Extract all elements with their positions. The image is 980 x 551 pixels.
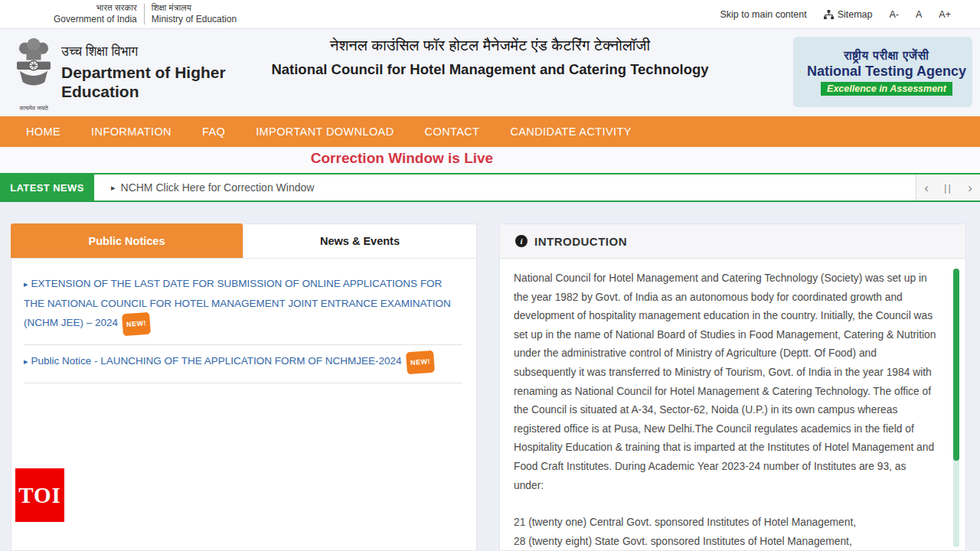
latest-news-ticker: LATEST NEWS ▸ NCHM Click Here for Correc… <box>0 173 980 202</box>
intro-scrollbar-track[interactable] <box>953 269 959 547</box>
sitemap-icon <box>824 10 834 20</box>
ticker-controls: ‹ || › <box>916 174 980 201</box>
main-content: Public Notices News & Events ▸EXTENSION … <box>0 202 980 551</box>
nta-logo: राष्ट्रीय परीक्षा एजेंसी National Testin… <box>793 37 972 107</box>
announcement-strip: Correction Window is Live <box>0 147 980 173</box>
government-identity: भारत सरकार Government of India शिक्षा मं… <box>54 2 237 25</box>
introduction-paragraph: National Council for Hotel Management an… <box>514 269 936 495</box>
ministry-of-education-label: शिक्षा मंत्रालय Ministry of Education <box>152 2 237 25</box>
council-title-hindi: नेशनल काउंसिल फॉर होटल मैनेजमेंट एंड कैट… <box>245 37 735 54</box>
institutes-list: 21 (twenty one) Central Govt. sponsored … <box>514 514 936 551</box>
nta-tagline: Excellence in Assessment <box>821 82 952 96</box>
introduction-header: i INTRODUCTION <box>500 224 965 259</box>
introduction-title: INTRODUCTION <box>534 235 627 248</box>
introduction-panel: i INTRODUCTION National Council for Hote… <box>499 223 966 551</box>
triangle-bullet-icon: ▸ <box>111 183 116 193</box>
nav-item-home[interactable]: HOME <box>26 126 60 138</box>
top-links: Skip to main content Sitemap A- A A+ <box>720 0 951 29</box>
notice-link-launching-application-form[interactable]: ▸Public Notice - LAUNCHING OF THE APPLIC… <box>24 345 462 383</box>
toi-watermark: TOI <box>15 468 64 522</box>
main-navigation: HOME INFORMATION FAQ IMPORTANT DOWNLOAD … <box>0 116 980 147</box>
ticker-pause-button[interactable]: || <box>944 183 952 193</box>
font-normal-button[interactable]: A <box>916 9 922 20</box>
nav-item-faq[interactable]: FAQ <box>202 126 225 138</box>
new-badge: NEW! <box>122 312 151 336</box>
council-title-block: नेशनल काउंसिल फॉर होटल मैनेजमेंट एंड कैट… <box>245 37 735 78</box>
government-of-india-hindi: भारत सरकार <box>54 2 137 14</box>
government-of-india-english: Government of India <box>54 14 137 25</box>
font-size-controls: A- A A+ <box>890 9 951 20</box>
ticker-next-button[interactable]: › <box>968 181 972 194</box>
ministry-hindi: शिक्षा मंत्रालय <box>152 2 237 14</box>
department-block: उच्च शिक्षा विभाग Department of Higher E… <box>61 44 237 101</box>
ticker-news-text: NCHM Click Here for Correction Window <box>121 181 315 194</box>
nav-item-contact[interactable]: CONTACT <box>425 126 480 138</box>
nta-logo-icon <box>799 52 802 92</box>
government-of-india-label: भारत सरकार Government of India <box>54 2 137 25</box>
notice-text: Public Notice - LAUNCHING OF THE APPLICA… <box>31 355 402 367</box>
skip-to-main-content-link[interactable]: Skip to main content <box>720 9 806 20</box>
intro-scrollbar-thumb[interactable] <box>953 269 959 461</box>
tab-public-notices[interactable]: Public Notices <box>11 223 243 258</box>
sitemap-label: Sitemap <box>838 9 873 20</box>
info-icon: i <box>515 235 528 247</box>
institutes-list-item: 21 (twenty one) Central Govt. sponsored … <box>514 514 936 533</box>
correction-window-announcement: Correction Window is Live <box>0 150 804 167</box>
notice-link-extension-nchm-jee-2024[interactable]: ▸EXTENSION OF THE LAST DATE FOR SUBMISSI… <box>24 268 462 345</box>
triangle-bullet-icon: ▸ <box>24 357 28 366</box>
nta-name-hindi: राष्ट्रीय परीक्षा एजेंसी <box>844 49 929 63</box>
latest-news-label: LATEST NEWS <box>0 174 94 201</box>
notices-tab-row: Public Notices News & Events <box>11 223 477 258</box>
tab-news-events[interactable]: News & Events <box>243 223 477 258</box>
india-emblem: सत्यमेव जयते <box>12 35 55 112</box>
institutes-list-item: 28 (twenty eight) State Govt. sponsored … <box>514 533 936 551</box>
department-name-hindi: उच्च शिक्षा विभाग <box>61 44 237 60</box>
nav-item-important-download[interactable]: IMPORTANT DOWNLOAD <box>256 126 394 138</box>
font-increase-button[interactable]: A+ <box>939 9 951 20</box>
nta-name-english: National Testing Agency <box>807 64 966 80</box>
introduction-body: National Council for Hotel Management an… <box>500 259 965 551</box>
nav-item-information[interactable]: INFORMATION <box>91 126 172 138</box>
ticker-prev-button[interactable]: ‹ <box>924 181 929 194</box>
nav-item-candidate-activity[interactable]: CANDIDATE ACTIVITY <box>510 126 631 138</box>
font-decrease-button[interactable]: A- <box>890 9 900 20</box>
department-name-english: Department of Higher Education <box>61 63 237 101</box>
sitemap-link[interactable]: Sitemap <box>824 9 873 20</box>
triangle-bullet-icon: ▸ <box>24 279 28 289</box>
ticker-news-link[interactable]: ▸ NCHM Click Here for Correction Window <box>111 174 314 201</box>
notice-text: EXTENSION OF THE LAST DATE FOR SUBMISSIO… <box>24 278 451 328</box>
top-utility-bar: भारत सरकार Government of India शिक्षा मं… <box>0 0 980 29</box>
satyameva-jayate-caption: सत्यमेव जयते <box>12 105 55 112</box>
nta-text-block: राष्ट्रीय परीक्षा एजेंसी National Testin… <box>807 49 966 96</box>
ashoka-emblem-icon <box>15 35 53 101</box>
public-notices-panel: ▸EXTENSION OF THE LAST DATE FOR SUBMISSI… <box>11 258 477 551</box>
new-badge: NEW! <box>406 350 435 374</box>
council-title-english: National Council for Hotel Management an… <box>245 61 735 78</box>
site-header: सत्यमेव जयते उच्च शिक्षा विभाग Departmen… <box>0 29 980 116</box>
ministry-english: Ministry of Education <box>152 14 237 25</box>
divider <box>144 4 145 24</box>
